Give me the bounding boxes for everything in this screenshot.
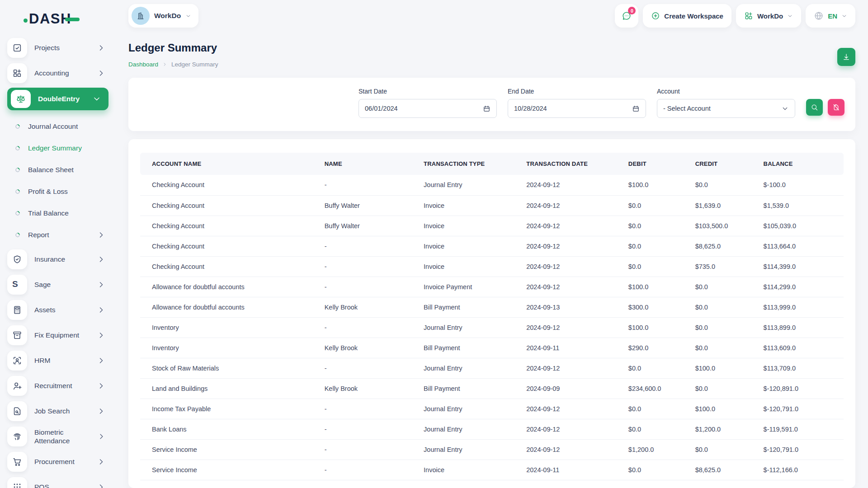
table-cell: Journal Entry	[417, 317, 520, 338]
logo-dash-icon	[65, 18, 80, 21]
table-cell: 2024-09-12	[520, 175, 622, 195]
table-cell: $0.0	[689, 175, 757, 195]
table-cell: 2024-09-12	[520, 277, 622, 297]
sidebar-item-fix-equipment[interactable]: Fix Equipment	[7, 324, 118, 346]
column-header-account-name: ACCOUNT NAME	[140, 153, 318, 175]
sidebar-item-label: POS	[34, 483, 49, 488]
workspace-name: WorkDo	[154, 12, 181, 20]
table-cell: $114,299.0	[757, 277, 844, 297]
account-select[interactable]: - Select Account	[657, 99, 795, 118]
sidebar-item-accounting[interactable]: Accounting	[7, 62, 118, 84]
sidebar-subitem-ledger-summary[interactable]: Ledger Summary	[7, 137, 118, 159]
table-cell: 2024-09-12	[520, 399, 622, 419]
sidebar-subitem-trial-balance[interactable]: Trial Balance	[7, 202, 118, 224]
table-row: Checking Account-Journal Entry2024-09-12…	[140, 175, 844, 195]
bullet-icon	[14, 167, 21, 173]
sidebar: DASH ProjectsAccountingDoubleEntryJourna…	[0, 0, 118, 488]
bullet-icon	[14, 232, 21, 238]
sidebar-item-assets[interactable]: Assets	[7, 299, 118, 321]
sidebar-item-projects[interactable]: Projects	[7, 37, 118, 59]
column-header-name: NAME	[318, 153, 417, 175]
create-workspace-button[interactable]: Create Workspace	[643, 4, 731, 28]
table-cell: Journal Entry	[417, 419, 520, 439]
sidebar-subitem-label: Ledger Summary	[28, 144, 82, 152]
sidebar-item-insurance[interactable]: Insurance	[7, 249, 118, 270]
table-cell: Kelly Brook	[318, 378, 417, 399]
table-cell: $100.0	[622, 317, 689, 338]
ledger-table: ACCOUNT NAMENAMETRANSACTION TYPETRANSACT…	[140, 153, 844, 480]
table-cell: Bill Payment	[417, 338, 520, 358]
table-cell: 2024-09-12	[520, 439, 622, 460]
table-cell: Buffy Walter	[318, 195, 417, 216]
messages-badge: 0	[628, 7, 636, 14]
table-cell: Allowance for doubtful accounts	[140, 297, 318, 317]
table-cell: 2024-09-11	[520, 460, 622, 480]
workspace-menu-button[interactable]: WorkDo	[736, 4, 801, 28]
end-date-input[interactable]: 10/28/2024	[508, 99, 646, 118]
sidebar-subitem-label: Profit & Loss	[28, 188, 68, 196]
table-cell: Checking Account	[140, 256, 318, 277]
workspace-avatar	[132, 7, 150, 25]
chevron-right-icon	[97, 407, 106, 416]
table-cell: 2024-09-12	[520, 358, 622, 378]
table-cell: 2024-09-12	[520, 236, 622, 256]
sidebar-subitem-report[interactable]: Report	[7, 224, 118, 246]
sidebar-item-biometric-attendance[interactable]: Biometric Attendance	[7, 426, 118, 447]
table-cell: $100.0	[689, 399, 757, 419]
sidebar-item-job-search[interactable]: Job Search	[7, 400, 118, 422]
table-row: InventoryKelly BrookBill Payment2024-09-…	[140, 338, 844, 358]
table-cell: -	[318, 399, 417, 419]
start-date-field: Start Date 06/01/2024	[359, 88, 497, 131]
table-cell: Checking Account	[140, 216, 318, 236]
sidebar-item-doubleentry[interactable]: DoubleEntry	[7, 88, 108, 110]
archive-icon	[7, 325, 27, 345]
messages-button[interactable]: 0	[615, 4, 638, 28]
table-cell: Invoice	[417, 236, 520, 256]
table-cell: $0.0	[622, 419, 689, 439]
sidebar-item-hrm[interactable]: HRM	[7, 350, 118, 371]
app-logo[interactable]: DASH	[0, 6, 118, 32]
table-cell: -	[318, 175, 417, 195]
chevron-down-icon	[841, 13, 847, 19]
breadcrumb-dashboard-link[interactable]: Dashboard	[128, 61, 158, 68]
sidebar-item-label: Assets	[34, 305, 56, 314]
app-root: DASH ProjectsAccountingDoubleEntryJourna…	[0, 0, 868, 488]
table-cell: Journal Entry	[417, 358, 520, 378]
table-cell: Service Income	[140, 460, 318, 480]
table-cell: $1,200.0	[622, 439, 689, 460]
sidebar-subitem-profit-loss[interactable]: Profit & Loss	[7, 181, 118, 202]
table-row: Allowance for doubtful accountsKelly Bro…	[140, 297, 844, 317]
table-cell: $-119,591.0	[757, 419, 844, 439]
sidebar-item-sage[interactable]: SSage	[7, 274, 118, 296]
chevron-down-icon	[185, 13, 191, 19]
topbar: WorkDo 0 Create Workspace	[128, 0, 855, 32]
start-date-input[interactable]: 06/01/2024	[359, 99, 497, 118]
filter-card: Start Date 06/01/2024 End Date 10/28/202…	[128, 78, 855, 131]
table-cell: $113,999.0	[757, 297, 844, 317]
sidebar-item-label: Projects	[34, 43, 60, 52]
sidebar-subitem-balance-sheet[interactable]: Balance Sheet	[7, 159, 118, 181]
sidebar-subitem-journal-account[interactable]: Journal Account	[7, 116, 118, 137]
table-cell: $113,664.0	[757, 236, 844, 256]
page-header: Ledger Summary Dashboard Ledger Summary	[128, 42, 855, 68]
export-download-button[interactable]	[837, 48, 855, 66]
workspace-selector[interactable]: WorkDo	[128, 4, 198, 28]
table-cell: -	[318, 256, 417, 277]
table-cell: $0.0	[689, 297, 757, 317]
logo-dot-icon	[24, 19, 28, 23]
filter-search-button[interactable]	[806, 99, 823, 116]
sidebar-item-pos[interactable]: POS	[7, 476, 118, 488]
table-cell: 2024-09-12	[520, 419, 622, 439]
account-label: Account	[657, 88, 795, 95]
table-cell: $0.0	[689, 378, 757, 399]
table-cell: -	[318, 439, 417, 460]
globe-icon	[814, 11, 824, 21]
sidebar-item-label: HRM	[34, 356, 50, 365]
sidebar-item-procurement[interactable]: Procurement	[7, 451, 118, 473]
sidebar-item-recruitment[interactable]: Recruitment	[7, 375, 118, 397]
sidebar-nav: ProjectsAccountingDoubleEntryJournal Acc…	[0, 32, 118, 488]
table-cell: $113,609.0	[757, 338, 844, 358]
filter-reset-button[interactable]	[828, 99, 844, 116]
chevron-right-icon	[97, 280, 106, 289]
language-button[interactable]: EN	[806, 4, 855, 28]
